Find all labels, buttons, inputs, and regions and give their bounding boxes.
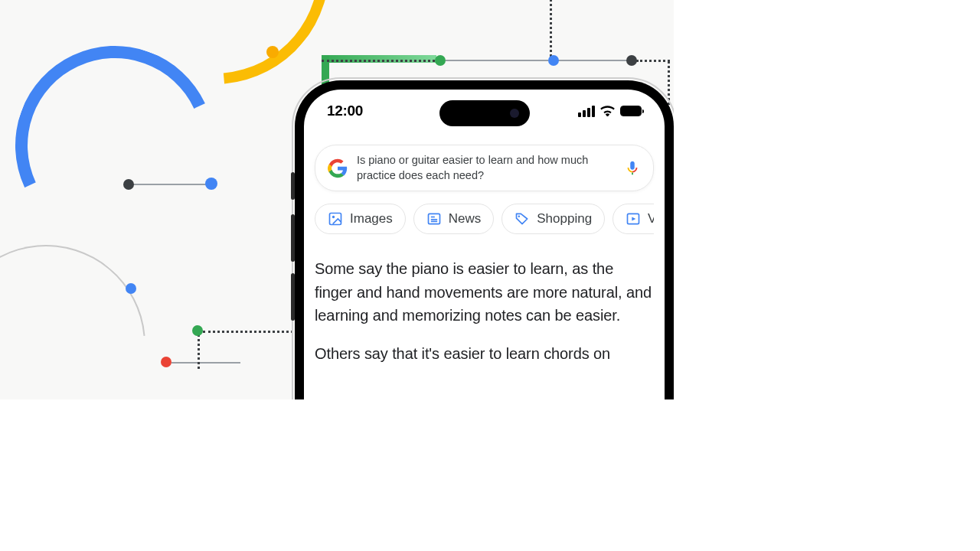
decorative-dot — [192, 325, 203, 336]
decorative-dot — [126, 283, 136, 294]
svg-point-6 — [518, 216, 521, 218]
phone-volume-down-button — [291, 273, 295, 321]
decorative-dotted-line — [636, 60, 670, 62]
filter-chips-row: Images News Shopping Vide — [315, 204, 654, 234]
chip-shopping[interactable]: Shopping — [501, 204, 605, 234]
chip-videos[interactable]: Vide — [612, 204, 654, 234]
tag-icon — [514, 211, 530, 227]
svg-point-1 — [332, 216, 335, 218]
decorative-dotted-line — [198, 331, 200, 369]
decorative-dot — [548, 55, 559, 66]
result-paragraph: Others say that it's easier to learn cho… — [315, 342, 654, 365]
decorative-line — [557, 60, 628, 61]
cellular-signal-icon — [578, 106, 595, 117]
chip-label: Vide — [648, 211, 654, 227]
news-icon — [426, 211, 442, 227]
phone-side-button — [291, 172, 295, 200]
decorative-dot — [266, 46, 279, 58]
decorative-dot — [123, 179, 134, 190]
decorative-dotted-line — [550, 0, 552, 57]
microphone-icon[interactable] — [624, 160, 641, 177]
chip-news[interactable]: News — [413, 204, 495, 234]
phone-frame: 12:00 — [295, 80, 674, 399]
play-icon — [626, 211, 641, 227]
decorative-dot — [626, 55, 637, 66]
search-box[interactable]: Is piano or guitar easier to learn and h… — [315, 145, 654, 191]
decorative-dotted-line — [203, 331, 302, 333]
decorative-line — [133, 184, 207, 185]
status-icons — [578, 106, 642, 117]
decorative-line — [446, 60, 548, 61]
phone-screen: 12:00 — [304, 90, 665, 399]
status-time: 12:00 — [327, 103, 363, 119]
chip-label: News — [449, 211, 482, 227]
decorative-dot — [205, 178, 217, 190]
svg-rect-0 — [330, 214, 341, 225]
decorative-dot — [435, 55, 446, 66]
phone-volume-up-button — [291, 214, 295, 262]
decorative-background: 12:00 — [0, 0, 674, 399]
status-bar: 12:00 — [304, 90, 665, 132]
decorative-dot — [161, 357, 172, 367]
search-query-text: Is piano or guitar easier to learn and h… — [357, 153, 615, 183]
chip-label: Images — [350, 211, 393, 227]
battery-icon — [620, 106, 642, 116]
chip-images[interactable]: Images — [315, 204, 406, 234]
decorative-line — [172, 362, 240, 364]
chip-label: Shopping — [537, 211, 592, 227]
image-icon — [328, 211, 343, 227]
google-logo-icon — [328, 158, 348, 178]
search-result-text: Some say the piano is easier to learn, a… — [315, 257, 654, 366]
decorative-dotted-line — [322, 60, 435, 62]
result-paragraph: Some say the piano is easier to learn, a… — [315, 257, 654, 327]
wifi-icon — [600, 106, 615, 116]
